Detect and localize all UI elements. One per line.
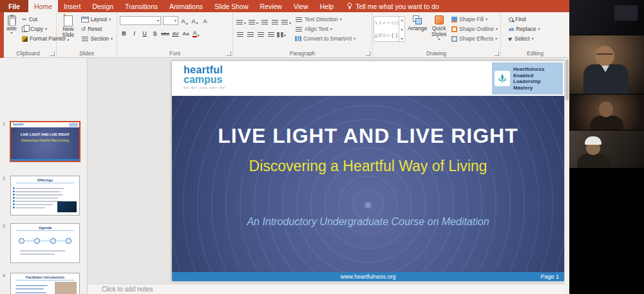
vertical-scrollbar[interactable] — [565, 58, 569, 294]
tab-help[interactable]: Help — [314, 0, 340, 12]
font-size-combo[interactable]: ▾ — [163, 16, 178, 25]
character-spacing-button[interactable]: AV — [171, 28, 180, 37]
participant-video-3[interactable] — [569, 95, 644, 130]
tab-transitions[interactable]: Transitions — [119, 0, 164, 12]
bold-button[interactable]: B — [120, 28, 128, 37]
font-color-button[interactable]: A▾ — [192, 28, 200, 37]
reset-button[interactable]: ↺ Reset — [80, 25, 114, 33]
slide-thumbnail-3[interactable]: Agenda — [10, 223, 80, 263]
numbering-button[interactable]: ▾ — [248, 16, 258, 25]
paste-button[interactable]: aste ▾ — [5, 14, 18, 50]
thumbnail-content — [15, 282, 49, 294]
tell-me-label: Tell me what you want to do — [355, 3, 439, 10]
convert-smartart-button[interactable]: Convert to SmartArt ▾ — [294, 35, 357, 42]
dialog-launcher-icon[interactable] — [227, 51, 231, 56]
align-left-button[interactable] — [236, 28, 244, 37]
tab-insert[interactable]: Insert — [58, 0, 86, 12]
shape-elbow-icon[interactable]: ⌐ — [383, 20, 386, 26]
dropdown-caret-icon: ▾ — [256, 22, 258, 25]
dialog-launcher-icon[interactable] — [50, 51, 55, 56]
shape-effects-button[interactable]: Shape Effects ▾ — [450, 35, 499, 42]
layout-button[interactable]: Layout ▾ — [80, 15, 114, 23]
increase-indent-button[interactable] — [270, 16, 279, 25]
shape-diamond-icon[interactable]: ◇ — [383, 32, 386, 38]
arrange-button[interactable]: Arrange — [407, 14, 428, 50]
italic-button[interactable]: I — [130, 28, 138, 37]
scrollbar-thumb[interactable] — [565, 59, 569, 100]
participant-video-1[interactable] — [569, 0, 644, 35]
shape-home-icon[interactable]: ⌂ — [387, 32, 390, 38]
tab-slide-show[interactable]: Slide Show — [209, 0, 254, 12]
file-tab[interactable]: File — [0, 0, 28, 12]
slide-number: 1 — [3, 122, 5, 126]
clear-formatting-button[interactable]: A — [201, 16, 209, 25]
decrease-indent-button[interactable] — [260, 16, 269, 25]
tab-design[interactable]: Design — [86, 0, 119, 12]
text-shadow-button[interactable]: S — [151, 28, 159, 37]
justify-button[interactable] — [267, 28, 275, 37]
quick-styles-button[interactable]: Quick Styles ▾ — [430, 14, 448, 50]
participant-video-4[interactable] — [569, 131, 644, 168]
convert-smartart-label: Convert to SmartArt — [303, 35, 352, 42]
shape-triangle-icon[interactable]: △ — [374, 32, 378, 38]
section-label: Section — [91, 35, 109, 42]
cut-label: Cut — [29, 16, 37, 23]
replace-label: Replace — [516, 26, 536, 32]
change-case-button[interactable]: Aa — [182, 28, 190, 37]
columns-button[interactable]: ▾ — [277, 28, 286, 37]
shape-triangle-down-icon[interactable]: ▽ — [379, 32, 383, 38]
select-button[interactable]: Select ▾ — [507, 35, 567, 42]
shape-outline-button[interactable]: Shape Outline ▾ — [450, 25, 499, 33]
shape-dash-icon[interactable]: − — [387, 20, 390, 26]
dialog-launcher-icon[interactable] — [495, 51, 499, 56]
slide-thumbnail-4[interactable]: Facilitator Introduction — [10, 273, 80, 294]
title-bar: File Home Insert Design Transitions Anim… — [0, 0, 569, 12]
shape-rect-icon[interactable]: □ — [395, 20, 399, 26]
shape-line-icon[interactable]: \ — [375, 20, 377, 26]
text-direction-button[interactable]: Text Direction ▾ — [294, 15, 357, 23]
shape-line2-icon[interactable]: / — [379, 20, 381, 26]
tab-view[interactable]: View — [288, 0, 314, 12]
font-color-label: A — [193, 30, 196, 37]
tab-review[interactable]: Review — [254, 0, 288, 12]
slide-thumbnail-2[interactable]: Offerings — [10, 176, 80, 216]
ribbon-group-clipboard: aste ▾ ✂ Cut Copy ▾ — [0, 12, 57, 57]
format-painter-icon — [22, 36, 28, 42]
align-center-button[interactable] — [246, 28, 254, 37]
shape-brace-left-icon[interactable]: { — [392, 32, 393, 38]
slide-canvas[interactable]: heartful campus be all you can be Heartf… — [172, 61, 564, 281]
tab-home[interactable]: Home — [28, 0, 58, 12]
align-right-button[interactable] — [256, 28, 265, 37]
new-slide-button[interactable]: New Slide ▾ — [59, 14, 77, 50]
shape-oval-icon[interactable]: ○ — [391, 20, 394, 26]
find-button[interactable]: Find — [507, 15, 567, 23]
notes-pane[interactable]: Click to add notes — [88, 284, 565, 294]
shape-brace-right-icon[interactable]: } — [396, 32, 398, 38]
tab-animations[interactable]: Animations — [164, 0, 209, 12]
slide-footer-url: www.heartfulness.org — [340, 273, 395, 280]
shape-gallery-scrollbar[interactable]: ▴ ▾ ▾ — [399, 17, 404, 41]
thumbnail-title: Facilitator Introduction — [11, 275, 79, 279]
shape-gallery[interactable]: \ / ⌐ − ○ □ △ ▽ ◇ ⌂ { } — [374, 16, 405, 42]
slide-thumbnail-1[interactable]: heartful LIVE LIGHT AND LIVE RIGHT Disco… — [10, 121, 80, 162]
shape-fill-button[interactable]: Shape Fill ▾ — [450, 15, 499, 23]
slide-number: 2 — [3, 176, 5, 181]
underline-button[interactable]: U — [140, 28, 149, 37]
line-spacing-button[interactable]: ▾ — [281, 16, 291, 25]
dialog-launcher-icon[interactable] — [366, 51, 370, 56]
slide-course-line: An Introductory Undergraduate Course on … — [172, 216, 564, 228]
align-text-button[interactable]: Align Text ▾ — [294, 25, 357, 33]
font-name-combo[interactable]: ▾ — [120, 16, 161, 25]
arrange-label: Arrange — [408, 26, 427, 32]
tell-me-box[interactable]: Tell me what you want to do — [347, 0, 439, 12]
grow-font-button[interactable]: A▴ — [180, 16, 189, 25]
strikethrough-button[interactable]: abc — [161, 28, 169, 37]
clear-formatting-label: A — [203, 18, 207, 25]
shrink-font-button[interactable]: A▾ — [191, 16, 199, 25]
ribbon-group-slides: New Slide ▾ Layout ▾ ↺ Reset — [57, 12, 117, 57]
dropdown-caret-icon: ▾ — [67, 39, 69, 42]
bullets-button[interactable]: ▾ — [236, 16, 246, 25]
participant-video-2[interactable] — [569, 35, 644, 94]
replace-button[interactable]: ab Replace ▾ — [507, 25, 567, 33]
section-button[interactable]: Section ▾ — [80, 35, 114, 42]
